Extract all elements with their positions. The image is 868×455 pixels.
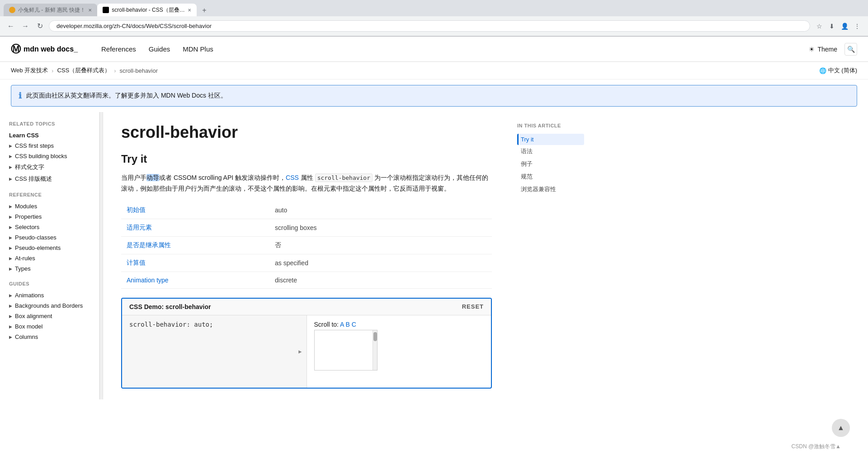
sidebar-item-modules[interactable]: ▶ Modules (7, 201, 92, 211)
breadcrumb-sep-2: › (114, 67, 116, 74)
breadcrumb-current: scroll-behavior (120, 67, 158, 74)
info-banner: ℹ 此页面由社区从英文翻译而来。了解更多并加入 MDN Web Docs 社区。 (11, 85, 857, 107)
sidebar-item-columns[interactable]: ▶ Columns (7, 332, 92, 342)
breadcrumb-css[interactable]: CSS（层叠样式表） (57, 66, 110, 75)
demo-header: CSS Demo: scroll-behavior RESET (122, 299, 491, 315)
tab-xiaotu[interactable]: 小兔鲜儿 - 新鲜 惠民 快捷！ ✕ (4, 4, 97, 16)
arrow-icon: ▶ (9, 246, 12, 250)
theme-button[interactable]: ☀ Theme (809, 46, 837, 53)
back-button[interactable]: ← (5, 21, 16, 32)
nav-guides[interactable]: Guides (143, 42, 176, 56)
property-name: scroll-behavior (315, 174, 373, 182)
arrow-icon: ▶ (9, 314, 12, 319)
toc-item-2[interactable]: 例子 (517, 158, 584, 170)
toc-items: Try it语法例子规范浏览器兼容性 (517, 134, 584, 196)
sidebar-related-topics: RELATED TOPICS Learn CSS ▶ CSS first ste… (7, 121, 92, 185)
tab-title-mdn: scroll-behavior - CSS（层叠样… (112, 6, 185, 14)
formal-table: 初始值auto适用元素scrolling boxes是否是继承属性否计算值as … (121, 202, 492, 289)
bookmark-icon[interactable]: ☆ (814, 21, 825, 32)
scroll-link-a[interactable]: A (340, 321, 344, 328)
sidebar-label-selectors: Selectors (15, 224, 39, 230)
reset-button[interactable]: RESET (462, 303, 484, 310)
breadcrumb-web[interactable]: Web 开发技术 (11, 66, 48, 75)
related-topics-label: RELATED TOPICS (7, 121, 92, 127)
profile-icon[interactable]: 👤 (839, 21, 850, 32)
toc-item-3[interactable]: 规范 (517, 170, 584, 183)
demo-code-panel[interactable]: scroll-behavior: auto; ▶ (122, 315, 307, 388)
reload-button[interactable]: ↻ (34, 21, 45, 32)
sidebar-item-css-building-blocks[interactable]: ▶ CSS building blocks (7, 151, 92, 161)
mdn-logo-text: mdn web docs_ (24, 45, 78, 53)
browser-chrome: 小兔鲜儿 - 新鲜 惠民 快捷！ ✕ scroll-behavior - CSS… (0, 0, 868, 37)
new-tab-button[interactable]: + (198, 5, 210, 16)
table-label[interactable]: 初始值 (121, 202, 269, 219)
sidebar-label-css-first-steps: CSS first steps (15, 142, 54, 149)
sidebar-item-at-rules[interactable]: ▶ At-rules (7, 253, 92, 263)
table-value: auto (269, 202, 492, 219)
nav-references[interactable]: References (96, 42, 142, 56)
table-value: as specified (269, 254, 492, 272)
sidebar-item-css-first-steps[interactable]: ▶ CSS first steps (7, 141, 92, 151)
search-button[interactable]: 🔍 (844, 43, 857, 56)
sidebar-label-at-rules: At-rules (15, 255, 35, 262)
table-label[interactable]: 是否是继承属性 (121, 236, 269, 254)
arrow-icon: ▶ (9, 177, 12, 181)
sidebar-item-pseudo-classes[interactable]: ▶ Pseudo-classes (7, 232, 92, 243)
demo-scrollbar[interactable] (373, 330, 377, 370)
download-icon[interactable]: ⬇ (826, 21, 837, 32)
nav-mdn-plus[interactable]: MDN Plus (177, 42, 219, 56)
sidebar-label-css-layout: CSS 排版概述 (15, 175, 52, 183)
sidebar-item-backgrounds-borders[interactable]: ▶ Backgrounds and Borders (7, 300, 92, 311)
sidebar-label-box-model: Box model (15, 323, 42, 330)
forward-button[interactable]: → (20, 21, 31, 32)
mdn-header-right: ☀ Theme 🔍 (809, 43, 857, 56)
more-icon[interactable]: ⋮ (852, 21, 863, 32)
scroll-to-label: Scroll to: A B C (314, 321, 356, 328)
tab-close-xiaotu[interactable]: ✕ (88, 8, 92, 13)
tab-close-mdn[interactable]: ✕ (188, 8, 191, 13)
toc-item-4[interactable]: 浏览器兼容性 (517, 183, 584, 196)
arrow-icon: ▶ (9, 304, 12, 308)
toc-item-0[interactable]: Try it (517, 134, 584, 145)
mdn-nav: References Guides MDN Plus (96, 42, 219, 56)
scroll-to-text: Scroll to: (314, 321, 339, 328)
sidebar-item-properties[interactable]: ▶ Properties (7, 211, 92, 222)
sidebar-item-pseudo-elements[interactable]: ▶ Pseudo-elements (7, 243, 92, 253)
page-layout: RELATED TOPICS Learn CSS ▶ CSS first ste… (0, 112, 868, 399)
mdn-logo[interactable]: Ⓜ mdn web docs_ (11, 42, 78, 56)
tab-title-xiaotu: 小兔鲜儿 - 新鲜 惠民 快捷！ (18, 6, 85, 14)
sidebar-item-types[interactable]: ▶ Types (7, 263, 92, 274)
reference-label: Reference (7, 192, 92, 197)
sidebar-item-css-layout-overview[interactable]: ▶ CSS 排版概述 (7, 173, 92, 185)
table-label[interactable]: 计算值 (121, 254, 269, 272)
arrow-icon: ▶ (9, 144, 12, 148)
sidebar-item-animations[interactable]: ▶ Animations (7, 290, 92, 300)
main-content: scroll-behavior Try it 当用户手动导或者 CSSOM sc… (103, 112, 510, 399)
scroll-link-c[interactable]: C (352, 321, 356, 328)
tab-mdn[interactable]: scroll-behavior - CSS（层叠样… ✕ (97, 4, 197, 16)
lang-switcher[interactable]: 🌐 中文 (简体) (819, 66, 857, 75)
sidebar-item-selectors[interactable]: ▶ Selectors (7, 222, 92, 232)
article-description: 当用户手动导或者 CSSOM scrolling API 触发滚动操作时，CSS… (121, 173, 492, 194)
demo-preview-scrollbox (314, 330, 377, 371)
scroll-link-b[interactable]: B (346, 321, 350, 328)
css-link[interactable]: CSS (286, 174, 299, 181)
demo-code-text: scroll-behavior: auto; (129, 321, 213, 328)
demo-code-arrow-icon[interactable]: ▶ (298, 348, 302, 355)
sidebar-item-box-model[interactable]: ▶ Box model (7, 321, 92, 332)
sidebar-label-types: Types (15, 265, 31, 272)
globe-icon: 🌐 (819, 67, 826, 74)
toc-item-1[interactable]: 语法 (517, 145, 584, 158)
info-icon: ℹ (19, 91, 22, 101)
arrow-icon: ▶ (9, 165, 12, 169)
demo-preview-panel: Scroll to: A B C (307, 315, 491, 388)
arrow-icon: ▶ (9, 335, 12, 339)
address-bar[interactable]: developer.mozilla.org/zh-CN/docs/Web/CSS… (49, 20, 810, 32)
sidebar-item-stylize-text[interactable]: ▶ 样式化文字 (7, 161, 92, 173)
arrow-icon: ▶ (9, 267, 12, 271)
table-label: Animation type (121, 272, 269, 288)
address-text: developer.mozilla.org/zh-CN/docs/Web/CSS… (57, 23, 212, 29)
sidebar-label-animations: Animations (15, 292, 44, 299)
sidebar-item-box-alignment[interactable]: ▶ Box alignment (7, 311, 92, 321)
search-icon-glyph: 🔍 (847, 46, 855, 53)
